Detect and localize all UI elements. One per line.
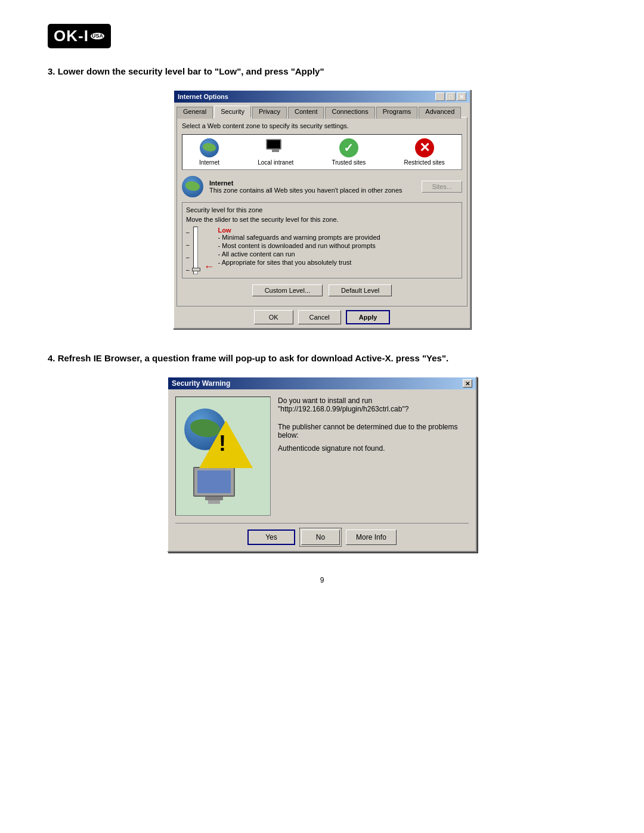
step3-instruction: 3. Lower down the security level bar to …: [48, 66, 596, 76]
security-level-title: Security level for this zone: [186, 206, 458, 213]
zone-local-intranet[interactable]: Local intranet: [258, 138, 293, 166]
zone-restricted-label: Restricted sites: [404, 159, 445, 166]
logo-wrapper: OK-I USA: [48, 24, 111, 48]
publisher-line1: The publisher cannot be determined due t…: [278, 423, 458, 431]
internet-zone-text: Internet This zone contains all Web site…: [209, 179, 416, 194]
security-warning-dialog: Security Warning ✕: [167, 376, 477, 552]
bullet-2: - Most content is downloaded and run wit…: [218, 242, 458, 249]
bullet-1: - Minimal safeguards and warning prompts…: [218, 234, 458, 241]
sec-text-area: Do you want to install and run "http://1…: [278, 397, 469, 516]
sec-body: Do you want to install and run "http://1…: [168, 389, 476, 523]
zone-internet[interactable]: Internet: [199, 138, 219, 166]
tab-advanced[interactable]: Advanced: [419, 107, 461, 119]
sec-title-text: Security Warning: [172, 379, 230, 388]
internet-globe-icon: [182, 176, 203, 197]
more-info-button[interactable]: More Info: [346, 529, 397, 545]
question-line1: Do you want to install and run: [278, 397, 372, 405]
tick-dash-3: –: [186, 254, 190, 261]
sec-close-button[interactable]: ✕: [463, 379, 472, 388]
bullet-4: - Appropriate for sites that you absolut…: [218, 259, 458, 266]
globe-icon: [200, 138, 219, 157]
security-tab-content: Select a Web content zone to specify its…: [177, 117, 467, 306]
default-level-button[interactable]: Default Level: [329, 284, 392, 296]
computer-screen: [266, 139, 281, 150]
zone-local-intranet-label: Local intranet: [258, 159, 293, 166]
sec-title-bar: Security Warning ✕: [168, 377, 476, 389]
slider-handle[interactable]: [192, 268, 200, 271]
sec-buttons-row: Yes No More Info: [168, 524, 476, 551]
zone-restricted-sites[interactable]: ✕ Restricted sites: [404, 138, 445, 166]
ie-dialog-buttons: OK Cancel Apply: [174, 306, 470, 328]
zone-trusted-sites[interactable]: ✓ Trusted sites: [332, 138, 366, 166]
slider-track[interactable]: [193, 227, 198, 274]
ie-title-bar: Internet Options _ □ ✕: [174, 91, 470, 103]
sites-button[interactable]: Sites...: [422, 181, 462, 193]
restricted-sites-icon: ✕: [415, 138, 434, 157]
warning-scene: [181, 402, 265, 510]
level-label: Low: [218, 227, 231, 234]
local-intranet-icon: [266, 138, 285, 157]
tab-security[interactable]: Security: [214, 106, 251, 117]
level-buttons: Custom Level... Default Level: [182, 284, 462, 296]
tick-dash-1: –: [186, 229, 190, 236]
tick-1: –: [186, 229, 190, 236]
ie-win-buttons: _ □ ✕: [435, 92, 466, 101]
scene-monitor-screen: [197, 470, 231, 493]
zone-internet-label: Internet: [199, 159, 219, 166]
apply-button[interactable]: Apply: [346, 310, 391, 324]
custom-level-button[interactable]: Custom Level...: [252, 284, 323, 296]
tick-dash-4: –: [186, 267, 190, 273]
logo-ok-text: OK-I: [54, 27, 89, 45]
step4-instruction: 4. Refresh IE Browser, a question frame …: [48, 353, 596, 363]
tab-connections[interactable]: Connections: [325, 107, 374, 119]
minimize-button[interactable]: _: [435, 92, 445, 101]
ok-button[interactable]: OK: [254, 310, 293, 324]
tick-3: –: [186, 254, 190, 261]
sec-image-area: [175, 397, 271, 516]
tabs-row: General Security Privacy Content Connect…: [174, 103, 470, 117]
logo-usa-badge: USA: [90, 32, 105, 40]
question-line2: "http://192.168.0.99/plugin/h263ctrl.cab…: [278, 405, 408, 413]
red-circle-icon: ✕: [415, 138, 434, 157]
publisher-text: The publisher cannot be determined due t…: [278, 423, 469, 439]
scene-monitor-stand: [208, 500, 220, 504]
warning-triangle-icon: [199, 420, 253, 468]
tick-4: –: [186, 267, 190, 273]
security-description: Low - Minimal safeguards and warning pro…: [218, 227, 458, 274]
internet-zone-desc: This zone contains all Web sites you hav…: [209, 187, 402, 194]
page-number: 9: [48, 576, 596, 584]
slider-area: – – – –: [186, 227, 458, 274]
internet-zone-icon: [200, 138, 219, 157]
maximize-button[interactable]: □: [446, 92, 456, 101]
tick-2: –: [186, 241, 190, 248]
zone-trusted-label: Trusted sites: [332, 159, 366, 166]
yes-button[interactable]: Yes: [247, 529, 295, 545]
zone-select-text: Select a Web content zone to specify its…: [182, 122, 462, 129]
publisher-line2: below:: [278, 431, 299, 439]
tab-content[interactable]: Content: [288, 107, 324, 119]
no-button[interactable]: No: [301, 529, 340, 545]
ie-title-text: Internet Options: [178, 93, 228, 100]
logo-area: OK-I USA: [48, 24, 596, 48]
tab-privacy[interactable]: Privacy: [252, 107, 287, 119]
internet-zone-box: Internet This zone contains all Web site…: [182, 176, 462, 197]
slider-ticks: – – – –: [186, 227, 190, 274]
cancel-button[interactable]: Cancel: [298, 310, 341, 324]
ie-options-dialog: Internet Options _ □ ✕ General Security …: [173, 89, 471, 329]
ie-options-container: Internet Options _ □ ✕ General Security …: [48, 89, 596, 329]
tab-programs[interactable]: Programs: [376, 107, 418, 119]
scene-computer-icon: [193, 467, 235, 504]
close-button[interactable]: ✕: [457, 92, 466, 101]
sec-question: Do you want to install and run "http://1…: [278, 397, 469, 413]
tab-general[interactable]: General: [177, 107, 213, 119]
auth-text: Authenticode signature not found.: [278, 444, 469, 453]
internet-zone-title: Internet: [209, 179, 416, 187]
bullet-3: - All active content can run: [218, 250, 458, 258]
zones-row: Internet Local intranet ✓ Truste: [182, 134, 462, 170]
tick-dash-2: –: [186, 241, 190, 248]
scene-monitor: [193, 467, 235, 497]
trusted-sites-icon: ✓: [339, 138, 358, 157]
low-arrow-indicator: ←: [204, 227, 215, 274]
computer-base: [272, 150, 279, 152]
security-level-subtitle: Move the slider to set the security leve…: [186, 216, 458, 223]
